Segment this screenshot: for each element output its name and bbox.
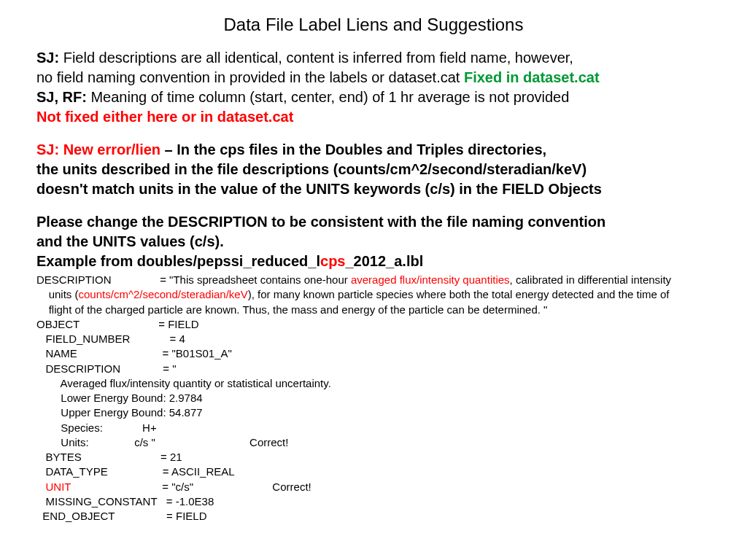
c-l12: Units: c/s " Correct! [36,436,288,448]
example-pre: Example from doubles/pepssi_reduced_l [36,253,320,269]
c-l2a: units ( [36,288,79,300]
p1-line2: no field naming convention in provided i… [36,69,464,85]
new-error-lead: SJ: New error/lien [36,141,160,158]
p2-line2: the units described in the file descript… [36,161,587,177]
paragraph-1: SJ: Field descriptions are all identical… [36,48,711,127]
fixed-note: Fixed in dataset.cat [464,69,600,85]
c-l9: Lower Energy Bound: 2.9784 [36,392,203,404]
c-l13: BYTES = 21 [36,451,182,463]
c-l1b: , calibrated in differential intensity [510,273,672,286]
c-l10: Upper Energy Bound: 54.877 [36,406,203,419]
c-l3: flight of the charged particle are known… [36,303,547,316]
c-l6: NAME = "B01S01_A" [36,347,232,359]
sjrf-label: SJ, RF: [36,89,87,105]
code-block: DESCRIPTION = "This spreadsheet contains… [36,273,711,524]
c-l16: MISSING_CONSTANT = -1.0E38 [36,495,214,508]
c-l5: FIELD_NUMBER = 4 [36,332,185,345]
c-l2r: counts/cm^2/second/steradian/keV [79,288,248,300]
p1-line3: Meaning of time column (start, center, e… [87,89,569,105]
c-l15b: = "c/s" Correct! [71,481,311,493]
p3-line1: Please change the DESCRIPTION to be cons… [36,214,605,230]
c-l2b: ), for many known particle species where… [248,288,670,300]
paragraph-2: SJ: New error/lien – In the cps files in… [36,140,711,199]
c-l7: DESCRIPTION = " [36,362,177,375]
example-red: cps [320,253,345,269]
p3-line2: and the UNITS values (c/s). [36,233,224,249]
sj-label: SJ: [36,50,59,66]
c-l15a [36,481,46,493]
c-l15r: UNIT [46,481,71,493]
slide-title: Data File Label Liens and Suggestions [36,15,711,35]
p1-line1: Field descriptions are all identical, co… [59,50,573,66]
slide-content: Data File Label Liens and Suggestions SJ… [0,0,747,538]
c-l1a: DESCRIPTION = "This spreadsheet contains… [36,273,351,286]
paragraph-3: Please change the DESCRIPTION to be cons… [36,212,711,271]
c-l11: Species: H+ [36,421,157,434]
c-l14: DATA_TYPE = ASCII_REAL [36,465,235,478]
c-l8: Averaged flux/intensity quantity or stat… [36,377,331,389]
c-l1r: averaged flux/intensity quantities [351,273,510,286]
p2-rest1: – In the cps files in the Doubles and Tr… [160,141,546,158]
not-fixed-note: Not fixed either here or in dataset.cat [36,109,293,125]
c-l17: END_OBJECT = FIELD [36,510,207,522]
c-l4: OBJECT = FIELD [36,318,199,330]
example-post: _2012_a.lbl [345,253,423,269]
p2-line3: doesn't match units in the value of the … [36,181,602,197]
